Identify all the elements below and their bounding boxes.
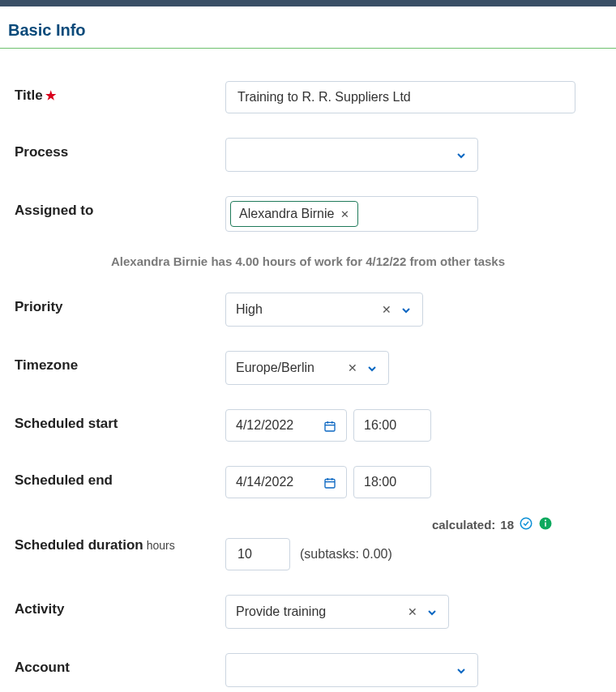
scheduled-start-date-value: 4/12/2022 bbox=[236, 418, 293, 433]
row-scheduled-end: Scheduled end 4/14/2022 18:00 bbox=[15, 466, 601, 498]
label-account: Account bbox=[15, 653, 225, 676]
clear-priority-icon[interactable]: ✕ bbox=[382, 303, 391, 316]
scheduled-end-time-value: 18:00 bbox=[364, 475, 396, 489]
label-timezone: Timezone bbox=[15, 351, 225, 374]
assignee-tag: Alexandra Birnie ✕ bbox=[230, 201, 358, 227]
calendar-icon[interactable] bbox=[323, 418, 336, 433]
svg-point-8 bbox=[520, 518, 532, 529]
row-activity: Activity Provide training ✕ bbox=[15, 595, 601, 629]
chevron-down-icon bbox=[455, 147, 468, 161]
info-icon[interactable] bbox=[538, 516, 553, 533]
calendar-icon[interactable] bbox=[323, 475, 336, 489]
title-input[interactable] bbox=[225, 81, 575, 113]
scheduled-start-date-input[interactable]: 4/12/2022 bbox=[225, 409, 347, 442]
scheduled-end-date-input[interactable]: 4/14/2022 bbox=[225, 466, 347, 498]
svg-rect-0 bbox=[325, 422, 335, 431]
scheduled-end-date-value: 4/14/2022 bbox=[236, 475, 293, 489]
chevron-down-icon bbox=[400, 302, 413, 316]
row-timezone: Timezone Europe/Berlin ✕ bbox=[15, 351, 601, 385]
duration-unit: hours bbox=[147, 539, 175, 552]
clear-activity-icon[interactable]: ✕ bbox=[408, 605, 417, 618]
workload-info-text: Alexandra Birnie has 4.00 hours of work … bbox=[15, 254, 601, 268]
label-title-text: Title bbox=[15, 88, 43, 104]
calculated-row: calculated: 18 bbox=[225, 516, 601, 533]
account-select[interactable] bbox=[225, 653, 478, 687]
row-priority: Priority High ✕ bbox=[15, 293, 601, 327]
scheduled-start-time-input[interactable]: 16:00 bbox=[353, 409, 431, 442]
svg-rect-10 bbox=[545, 523, 546, 527]
label-assigned-to: Assigned to bbox=[15, 196, 225, 219]
row-title: Title ★ bbox=[15, 81, 601, 113]
row-process: Process bbox=[15, 138, 601, 172]
assignee-name: Alexandra Birnie bbox=[239, 207, 334, 221]
label-scheduled-duration-text: Scheduled duration bbox=[15, 537, 143, 553]
top-border bbox=[0, 0, 616, 6]
calculated-label: calculated: bbox=[432, 518, 495, 532]
row-account: Account bbox=[15, 653, 601, 687]
activity-select[interactable]: Provide training ✕ bbox=[225, 595, 449, 629]
basic-info-form: Title ★ Process Assigned to Alexandra Bi… bbox=[0, 49, 616, 692]
clear-timezone-icon[interactable]: ✕ bbox=[348, 361, 357, 374]
priority-value: High bbox=[236, 302, 382, 317]
apply-calculated-icon[interactable] bbox=[519, 516, 533, 533]
scheduled-duration-input[interactable] bbox=[225, 538, 290, 570]
chevron-down-icon bbox=[426, 604, 438, 618]
subtasks-hours-text: (subtasks: 0.00) bbox=[300, 547, 392, 562]
label-activity: Activity bbox=[15, 595, 225, 617]
process-select[interactable] bbox=[225, 138, 478, 172]
svg-point-11 bbox=[545, 519, 546, 521]
calculated-value: 18 bbox=[500, 518, 514, 532]
chevron-down-icon bbox=[366, 361, 379, 374]
chevron-down-icon bbox=[455, 663, 468, 677]
label-title: Title ★ bbox=[15, 81, 225, 104]
row-assigned-to: Assigned to Alexandra Birnie ✕ bbox=[15, 196, 601, 232]
timezone-value: Europe/Berlin bbox=[236, 361, 348, 375]
label-scheduled-start: Scheduled start bbox=[15, 409, 225, 432]
row-scheduled-duration: Scheduled duration hours calculated: 18 … bbox=[15, 516, 601, 570]
label-scheduled-end: Scheduled end bbox=[15, 466, 225, 489]
row-scheduled-start: Scheduled start 4/12/2022 16:00 bbox=[15, 409, 601, 442]
assigned-to-input[interactable]: Alexandra Birnie ✕ bbox=[225, 196, 478, 232]
required-icon: ★ bbox=[45, 88, 56, 103]
scheduled-start-time-value: 16:00 bbox=[364, 418, 396, 432]
label-priority: Priority bbox=[15, 293, 225, 315]
section-title: Basic Info bbox=[0, 6, 616, 49]
scheduled-end-time-input[interactable]: 18:00 bbox=[353, 466, 431, 498]
activity-value: Provide training bbox=[236, 604, 408, 619]
label-scheduled-duration: Scheduled duration hours bbox=[15, 516, 225, 553]
remove-assignee-icon[interactable]: ✕ bbox=[340, 208, 349, 220]
label-process: Process bbox=[15, 138, 225, 160]
priority-select[interactable]: High ✕ bbox=[225, 293, 423, 327]
timezone-select[interactable]: Europe/Berlin ✕ bbox=[225, 351, 389, 385]
svg-rect-4 bbox=[325, 479, 335, 488]
